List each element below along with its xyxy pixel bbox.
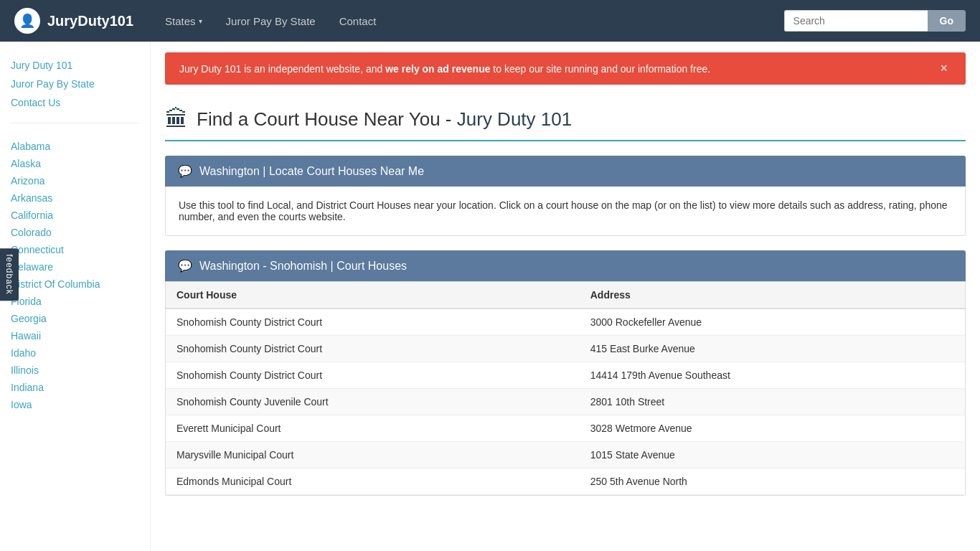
sidebar-state-iowa[interactable]: Iowa	[11, 396, 139, 413]
sidebar-state-delaware[interactable]: Delaware	[11, 258, 139, 276]
nav-states-label: States	[165, 15, 196, 27]
courthouse-name-cell: Snohomish County District Court	[166, 336, 580, 362]
alert-text-bold: we rely on ad revenue	[385, 63, 490, 75]
sidebar-item-contact-us[interactable]: Contact Us	[11, 93, 139, 112]
sidebar: Jury Duty 101 Juror Pay By State Contact…	[0, 42, 151, 551]
search-button[interactable]: Go	[928, 10, 966, 32]
table-row[interactable]: Marysville Municipal Court1015 State Ave…	[166, 442, 965, 468]
feedback-button[interactable]: feedback	[0, 248, 19, 301]
courthouse-name-cell: Edmonds Municipal Court	[166, 468, 580, 495]
brand-logo[interactable]: 👤 JuryDuty101	[14, 8, 133, 34]
sidebar-nav-section: Jury Duty 101 Juror Pay By State Contact…	[11, 56, 139, 123]
locate-section-header: 💬 Washington | Locate Court Houses Near …	[165, 156, 966, 187]
courthouse-name-cell: Marysville Municipal Court	[166, 442, 580, 468]
table-row[interactable]: Snohomish County District Court3000 Rock…	[166, 309, 965, 336]
page-title: Find a Court House Near You - Jury Duty …	[197, 108, 572, 131]
court-table: Court House Address Snohomish County Dis…	[166, 281, 965, 495]
brand-icon: 👤	[14, 8, 40, 34]
address-cell: 2801 10th Street	[580, 389, 965, 415]
sidebar-state-california[interactable]: California	[11, 207, 139, 224]
nav-links: States ▾ Juror Pay By State Contact	[155, 9, 776, 33]
page-title-row: 🏛 Find a Court House Near You - Jury Dut…	[165, 95, 966, 141]
address-cell: 1015 State Avenue	[580, 442, 965, 468]
states-caret-icon: ▾	[199, 17, 202, 25]
locate-section-content: Use this tool to find Local, and Distric…	[165, 187, 966, 236]
sidebar-item-juror-pay[interactable]: Juror Pay By State	[11, 75, 139, 93]
main-content: Jury Duty 101 is an independent website,…	[151, 42, 980, 551]
court-table-container: Court House Address Snohomish County Dis…	[165, 281, 966, 496]
page-container: Jury Duty 101 Juror Pay By State Contact…	[0, 42, 980, 551]
sidebar-state-idaho[interactable]: Idaho	[11, 344, 139, 362]
court-section: 💬 Washington - Snohomish | Court Houses …	[165, 250, 966, 496]
sidebar-item-jury-duty-101[interactable]: Jury Duty 101	[11, 56, 139, 75]
sidebar-state-alaska[interactable]: Alaska	[11, 155, 139, 172]
sidebar-state-georgia[interactable]: Georgia	[11, 310, 139, 327]
sidebar-state-florida[interactable]: Florida	[11, 293, 139, 310]
sidebar-state-colorado[interactable]: Colorado	[11, 224, 139, 241]
table-row[interactable]: Snohomish County District Court14414 179…	[166, 362, 965, 389]
nav-juror-pay[interactable]: Juror Pay By State	[216, 9, 326, 33]
search-form: Go	[784, 10, 966, 32]
brand-name: JuryDuty101	[47, 13, 133, 29]
court-section-icon: 💬	[178, 259, 192, 273]
nav-contact-label: Contact	[339, 15, 377, 27]
page-title-text: Find a Court House Near You -	[197, 108, 457, 130]
nav-contact[interactable]: Contact	[329, 9, 387, 33]
sidebar-state-arkansas[interactable]: Arkansas	[11, 189, 139, 207]
col-courthouse: Court House	[166, 282, 580, 309]
court-section-title: Washington - Snohomish | Court Houses	[199, 260, 407, 273]
locate-section-icon: 💬	[178, 164, 192, 178]
navbar: 👤 JuryDuty101 States ▾ Juror Pay By Stat…	[0, 0, 980, 42]
sidebar-state-list: Alabama Alaska Arizona Arkansas Californ…	[11, 138, 139, 413]
sidebar-state-indiana[interactable]: Indiana	[11, 379, 139, 396]
alert-text-after: to keep our site running and our informa…	[490, 63, 710, 75]
page-title-brand: Jury Duty 101	[457, 108, 572, 130]
address-cell: 3000 Rockefeller Avenue	[580, 309, 965, 336]
courthouse-icon: 🏛	[165, 106, 188, 133]
alert-text: Jury Duty 101 is an independent website,…	[179, 63, 710, 75]
locate-section: 💬 Washington | Locate Court Houses Near …	[165, 156, 966, 236]
sidebar-state-alabama[interactable]: Alabama	[11, 138, 139, 155]
sidebar-state-dc[interactable]: District Of Columbia	[11, 276, 139, 293]
court-section-header: 💬 Washington - Snohomish | Court Houses	[165, 250, 966, 281]
table-row[interactable]: Everett Municipal Court3028 Wetmore Aven…	[166, 415, 965, 442]
address-cell: 250 5th Avenue North	[580, 468, 965, 495]
courthouse-name-cell: Snohomish County Juvenile Court	[166, 389, 580, 415]
sidebar-state-arizona[interactable]: Arizona	[11, 172, 139, 189]
sidebar-state-hawaii[interactable]: Hawaii	[11, 327, 139, 344]
col-address: Address	[580, 282, 965, 309]
search-input[interactable]	[784, 10, 928, 32]
address-cell: 415 East Burke Avenue	[580, 336, 965, 362]
alert-text-normal: Jury Duty 101 is an independent website,…	[179, 63, 385, 75]
courthouse-name-cell: Snohomish County District Court	[166, 309, 580, 336]
table-row[interactable]: Edmonds Municipal Court250 5th Avenue No…	[166, 468, 965, 495]
alert-close-button[interactable]: ×	[936, 61, 951, 76]
address-cell: 14414 179th Avenue Southeast	[580, 362, 965, 389]
feedback-tab[interactable]: feedback	[0, 248, 19, 303]
nav-states[interactable]: States ▾	[155, 9, 212, 33]
table-row[interactable]: Snohomish County District Court415 East …	[166, 336, 965, 362]
locate-description: Use this tool to find Local, and Distric…	[179, 199, 952, 222]
sidebar-state-connecticut[interactable]: Connecticut	[11, 241, 139, 258]
address-cell: 3028 Wetmore Avenue	[580, 415, 965, 442]
locate-section-title: Washington | Locate Court Houses Near Me	[199, 165, 424, 178]
alert-banner: Jury Duty 101 is an independent website,…	[165, 52, 966, 85]
courthouse-name-cell: Snohomish County District Court	[166, 362, 580, 389]
nav-juror-pay-label: Juror Pay By State	[226, 15, 316, 27]
courthouse-name-cell: Everett Municipal Court	[166, 415, 580, 442]
sidebar-state-illinois[interactable]: Illinois	[11, 362, 139, 379]
table-header-row: Court House Address	[166, 282, 965, 309]
table-row[interactable]: Snohomish County Juvenile Court2801 10th…	[166, 389, 965, 415]
